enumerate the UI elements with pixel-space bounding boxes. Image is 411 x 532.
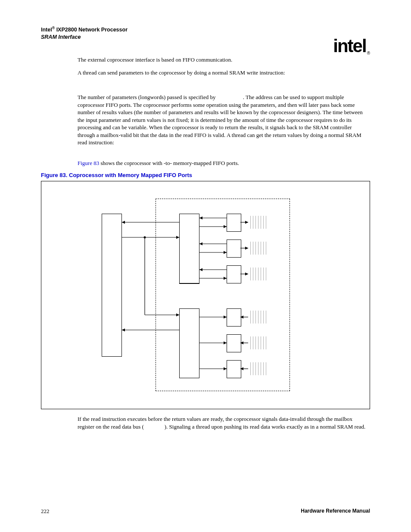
page: Intel® IXP2800 Network Processor SRAM In… [0, 0, 411, 532]
p3-part-a: The number of parameters (longwords) pas… [78, 94, 217, 100]
port-box-1 [227, 214, 241, 232]
port-box-4 [227, 308, 241, 327]
footer-title: Hardware Reference Manual [301, 508, 370, 515]
sram-controller-box [102, 214, 122, 357]
footer: 222 Hardware Reference Manual [41, 508, 370, 515]
paragraph-5: If the read instruction executes before … [78, 415, 370, 430]
figure-link[interactable]: Figure 83 [78, 160, 99, 166]
fifo-2 [248, 242, 268, 255]
fifo-5 [248, 336, 268, 349]
read-mux-box [179, 308, 199, 378]
header: Intel® IXP2800 Network Processor SRAM In… [41, 26, 370, 44]
logo-text: intel [333, 36, 366, 56]
p5-part-b: ). Signaling a thread upon pushing its r… [165, 423, 365, 430]
product-name: IXP2800 Network Processor [55, 27, 128, 33]
port-box-5 [227, 334, 241, 352]
figure-83-diagram [41, 181, 370, 409]
figure-caption: Figure 83. Coprocessor with Memory Mappe… [41, 172, 370, 178]
p4-rest: shows the coprocessor with -to- memory-m… [99, 160, 239, 166]
port-box-3 [227, 265, 241, 283]
header-left: Intel® IXP2800 Network Processor SRAM In… [41, 26, 128, 41]
svg-point-2 [144, 236, 146, 239]
coprocessor-boundary [156, 199, 290, 391]
paragraph-3: The number of parameters (longwords) pas… [78, 93, 370, 146]
intel-logo: intel® [333, 37, 370, 55]
fifo-4 [248, 311, 268, 324]
fifo-3 [248, 268, 268, 280]
product-prefix: Intel [41, 27, 52, 33]
page-number: 222 [41, 508, 50, 515]
paragraph-4: Figure 83 shows the coprocessor with -to… [78, 159, 370, 167]
write-mux-box [179, 214, 199, 284]
fifo-6 [248, 362, 268, 375]
body-content-after: If the read instruction executes before … [78, 415, 370, 430]
port-box-2 [227, 240, 241, 258]
fifo-1 [248, 216, 268, 229]
header-subtitle: SRAM Interface [41, 34, 128, 41]
logo-reg: ® [367, 51, 370, 56]
body-content: The external coprocessor interface is ba… [78, 56, 370, 167]
p3-part-b: . The address can be used to support mul… [78, 94, 363, 146]
paragraph-2: A thread can send parameters to the copr… [78, 69, 370, 77]
paragraph-1: The external coprocessor interface is ba… [78, 56, 370, 64]
port-box-6 [227, 360, 241, 378]
